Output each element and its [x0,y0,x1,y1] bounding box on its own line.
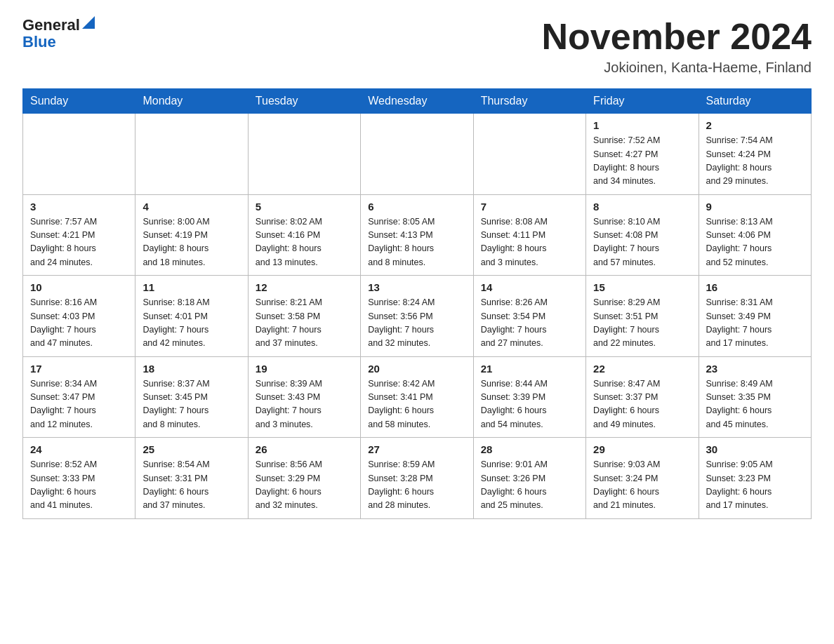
calendar-cell: 18Sunrise: 8:37 AM Sunset: 3:45 PM Dayli… [135,356,248,438]
day-number: 24 [30,443,128,455]
calendar-cell: 29Sunrise: 9:03 AM Sunset: 3:24 PM Dayli… [586,438,699,519]
day-info: Sunrise: 8:24 AM Sunset: 3:56 PM Dayligh… [368,296,465,351]
calendar-cell: 9Sunrise: 8:13 AM Sunset: 4:06 PM Daylig… [699,194,811,276]
calendar-cell: 17Sunrise: 8:34 AM Sunset: 3:47 PM Dayli… [23,356,135,438]
day-number: 5 [256,201,353,213]
week-row-2: 3Sunrise: 7:57 AM Sunset: 4:21 PM Daylig… [23,194,812,276]
day-info: Sunrise: 8:02 AM Sunset: 4:16 PM Dayligh… [256,215,353,270]
day-info: Sunrise: 8:10 AM Sunset: 4:08 PM Dayligh… [593,215,691,270]
logo-general: General [22,17,80,34]
calendar-cell: 5Sunrise: 8:02 AM Sunset: 4:16 PM Daylig… [248,194,360,276]
calendar-cell [23,114,135,195]
day-number: 7 [481,201,578,213]
day-number: 28 [481,443,578,455]
calendar-cell: 15Sunrise: 8:29 AM Sunset: 3:51 PM Dayli… [586,276,699,357]
calendar-cell: 13Sunrise: 8:24 AM Sunset: 3:56 PM Dayli… [361,276,473,357]
day-number: 23 [706,363,804,375]
title-area: November 2024 Jokioinen, Kanta-Haeme, Fi… [542,17,812,76]
day-number: 1 [593,119,691,131]
day-info: Sunrise: 8:56 AM Sunset: 3:29 PM Dayligh… [256,458,353,513]
day-number: 21 [481,363,578,375]
weekday-header-row: SundayMondayTuesdayWednesdayThursdayFrid… [23,89,812,114]
weekday-header-tuesday: Tuesday [248,89,360,114]
day-info: Sunrise: 8:52 AM Sunset: 3:33 PM Dayligh… [30,458,128,513]
calendar-cell: 6Sunrise: 8:05 AM Sunset: 4:13 PM Daylig… [361,194,473,276]
calendar-cell [248,114,360,195]
day-info: Sunrise: 7:57 AM Sunset: 4:21 PM Dayligh… [30,215,128,270]
calendar-cell: 24Sunrise: 8:52 AM Sunset: 3:33 PM Dayli… [23,438,135,519]
week-row-5: 24Sunrise: 8:52 AM Sunset: 3:33 PM Dayli… [23,438,812,519]
calendar-cell: 3Sunrise: 7:57 AM Sunset: 4:21 PM Daylig… [23,194,135,276]
day-number: 20 [368,363,465,375]
calendar-cell: 10Sunrise: 8:16 AM Sunset: 4:03 PM Dayli… [23,276,135,357]
calendar-cell: 16Sunrise: 8:31 AM Sunset: 3:49 PM Dayli… [699,276,811,357]
calendar-cell: 11Sunrise: 8:18 AM Sunset: 4:01 PM Dayli… [135,276,248,357]
day-number: 11 [143,281,240,293]
day-number: 26 [256,443,353,455]
day-info: Sunrise: 8:05 AM Sunset: 4:13 PM Dayligh… [368,215,465,270]
day-info: Sunrise: 8:37 AM Sunset: 3:45 PM Dayligh… [143,377,240,432]
day-info: Sunrise: 8:21 AM Sunset: 3:58 PM Dayligh… [256,296,353,351]
day-info: Sunrise: 8:13 AM Sunset: 4:06 PM Dayligh… [706,215,804,270]
weekday-header-monday: Monday [135,89,248,114]
day-info: Sunrise: 9:03 AM Sunset: 3:24 PM Dayligh… [593,458,691,513]
day-info: Sunrise: 8:31 AM Sunset: 3:49 PM Dayligh… [706,296,804,351]
day-info: Sunrise: 9:05 AM Sunset: 3:23 PM Dayligh… [706,458,804,513]
weekday-header-sunday: Sunday [23,89,135,114]
weekday-header-wednesday: Wednesday [361,89,473,114]
day-number: 25 [143,443,240,455]
day-number: 19 [256,363,353,375]
calendar-cell [361,114,473,195]
svg-marker-0 [82,16,95,29]
day-number: 16 [706,281,804,293]
weekday-header-friday: Friday [586,89,699,114]
day-info: Sunrise: 8:54 AM Sunset: 3:31 PM Dayligh… [143,458,240,513]
day-number: 4 [143,201,240,213]
day-info: Sunrise: 8:26 AM Sunset: 3:54 PM Dayligh… [481,296,578,351]
calendar-cell: 19Sunrise: 8:39 AM Sunset: 3:43 PM Dayli… [248,356,360,438]
calendar-cell: 12Sunrise: 8:21 AM Sunset: 3:58 PM Dayli… [248,276,360,357]
day-info: Sunrise: 7:52 AM Sunset: 4:27 PM Dayligh… [593,134,691,189]
weekday-header-saturday: Saturday [699,89,811,114]
calendar-cell: 7Sunrise: 8:08 AM Sunset: 4:11 PM Daylig… [473,194,585,276]
calendar-cell: 4Sunrise: 8:00 AM Sunset: 4:19 PM Daylig… [135,194,248,276]
calendar-cell: 23Sunrise: 8:49 AM Sunset: 3:35 PM Dayli… [699,356,811,438]
day-info: Sunrise: 8:34 AM Sunset: 3:47 PM Dayligh… [30,377,128,432]
day-info: Sunrise: 7:54 AM Sunset: 4:24 PM Dayligh… [706,134,804,189]
day-info: Sunrise: 8:29 AM Sunset: 3:51 PM Dayligh… [593,296,691,351]
day-number: 9 [706,201,804,213]
day-number: 27 [368,443,465,455]
week-row-1: 1Sunrise: 7:52 AM Sunset: 4:27 PM Daylig… [23,114,812,195]
calendar-cell: 21Sunrise: 8:44 AM Sunset: 3:39 PM Dayli… [473,356,585,438]
day-info: Sunrise: 8:47 AM Sunset: 3:37 PM Dayligh… [593,377,691,432]
weekday-header-thursday: Thursday [473,89,585,114]
calendar-table: SundayMondayTuesdayWednesdayThursdayFrid… [22,88,812,519]
day-number: 30 [706,443,804,455]
day-info: Sunrise: 9:01 AM Sunset: 3:26 PM Dayligh… [481,458,578,513]
day-info: Sunrise: 8:49 AM Sunset: 3:35 PM Dayligh… [706,377,804,432]
logo-blue: Blue [22,34,56,51]
calendar-cell: 2Sunrise: 7:54 AM Sunset: 4:24 PM Daylig… [699,114,811,195]
calendar-cell: 30Sunrise: 9:05 AM Sunset: 3:23 PM Dayli… [699,438,811,519]
calendar-cell: 14Sunrise: 8:26 AM Sunset: 3:54 PM Dayli… [473,276,585,357]
day-number: 17 [30,363,128,375]
day-number: 14 [481,281,578,293]
location-title: Jokioinen, Kanta-Haeme, Finland [542,60,812,76]
week-row-4: 17Sunrise: 8:34 AM Sunset: 3:47 PM Dayli… [23,356,812,438]
day-number: 6 [368,201,465,213]
logo: General Blue [22,17,95,51]
day-info: Sunrise: 8:39 AM Sunset: 3:43 PM Dayligh… [256,377,353,432]
calendar-cell [135,114,248,195]
calendar-cell: 20Sunrise: 8:42 AM Sunset: 3:41 PM Dayli… [361,356,473,438]
day-number: 15 [593,281,691,293]
day-number: 10 [30,281,128,293]
logo-triangle-icon [82,16,95,29]
calendar-cell: 28Sunrise: 9:01 AM Sunset: 3:26 PM Dayli… [473,438,585,519]
calendar-cell: 1Sunrise: 7:52 AM Sunset: 4:27 PM Daylig… [586,114,699,195]
day-info: Sunrise: 8:00 AM Sunset: 4:19 PM Dayligh… [143,215,240,270]
calendar-cell: 27Sunrise: 8:59 AM Sunset: 3:28 PM Dayli… [361,438,473,519]
day-number: 2 [706,119,804,131]
day-number: 12 [256,281,353,293]
calendar-cell: 8Sunrise: 8:10 AM Sunset: 4:08 PM Daylig… [586,194,699,276]
day-info: Sunrise: 8:44 AM Sunset: 3:39 PM Dayligh… [481,377,578,432]
